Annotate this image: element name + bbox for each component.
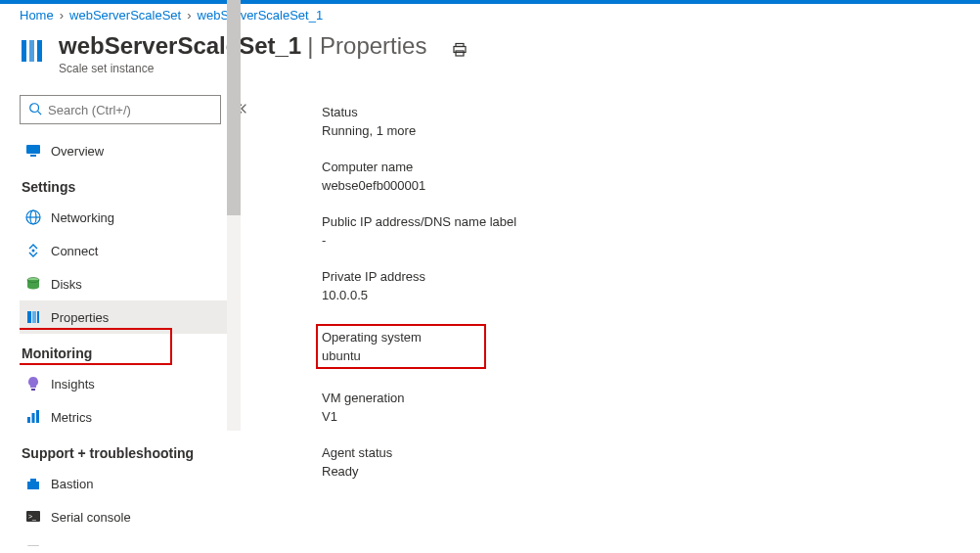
svg-rect-25 bbox=[27, 545, 39, 546]
property-label: Private IP address bbox=[322, 269, 941, 284]
property-private-ip: Private IP address 10.0.0.5 bbox=[322, 269, 941, 302]
breadcrumb-instance[interactable]: webServerScaleSet_1 bbox=[198, 8, 324, 23]
sidebar-nav: Overview Settings Networking Connect Di bbox=[20, 134, 240, 546]
svg-rect-2 bbox=[37, 40, 42, 62]
sidebar-item-properties[interactable]: Properties bbox=[20, 300, 240, 334]
highlight-os-box: Operating system ubuntu bbox=[316, 324, 486, 369]
breadcrumb-scaleset[interactable]: webServerScaleSet bbox=[69, 8, 181, 23]
sidebar-item-label: Insights bbox=[51, 377, 234, 392]
sidebar-item-label: Connect bbox=[51, 244, 234, 258]
property-value: Running, 1 more bbox=[322, 123, 941, 138]
sidebar-section-monitoring: Monitoring bbox=[20, 334, 240, 367]
chevron-right-icon: › bbox=[60, 8, 64, 23]
sidebar-item-insights[interactable]: Insights bbox=[20, 367, 240, 400]
property-status: Status Running, 1 more bbox=[322, 105, 941, 138]
sidebar-item-networking[interactable]: Networking bbox=[20, 201, 240, 234]
property-label: Computer name bbox=[322, 160, 941, 174]
svg-rect-20 bbox=[27, 417, 30, 423]
chevron-right-icon: › bbox=[187, 8, 191, 23]
property-label: Public IP address/DNS name label bbox=[322, 214, 941, 229]
breadcrumb-home[interactable]: Home bbox=[20, 8, 54, 23]
sidebar-item-boot-diagnostics[interactable]: Boot diagnostics bbox=[20, 533, 240, 546]
svg-rect-21 bbox=[32, 413, 35, 423]
sidebar-item-bastion[interactable]: Bastion bbox=[20, 467, 240, 500]
search-input-wrapper[interactable] bbox=[20, 95, 221, 124]
properties-icon bbox=[25, 309, 41, 325]
sidebar-item-label: Bastion bbox=[51, 477, 234, 491]
property-agent-status: Agent status Ready bbox=[322, 445, 941, 479]
svg-rect-5 bbox=[456, 51, 464, 56]
property-public-ip: Public IP address/DNS name label - bbox=[322, 214, 941, 248]
property-computer-name: Computer name webse0efb000001 bbox=[322, 160, 941, 193]
sidebar-item-label: Networking bbox=[51, 210, 234, 225]
main-content: Status Running, 1 more Computer name web… bbox=[240, 95, 980, 546]
svg-rect-8 bbox=[26, 145, 40, 154]
search-input[interactable] bbox=[48, 103, 212, 117]
property-value: V1 bbox=[322, 409, 941, 424]
sidebar: Overview Settings Networking Connect Di bbox=[20, 95, 240, 546]
property-label: Agent status bbox=[322, 445, 941, 460]
connect-icon bbox=[25, 243, 41, 258]
property-label: Operating system bbox=[322, 330, 422, 345]
svg-rect-1 bbox=[29, 40, 34, 62]
page-title: webServerScaleSet_1 | Properties bbox=[59, 32, 426, 60]
property-value: webse0efb000001 bbox=[322, 178, 941, 193]
sidebar-item-label: Serial console bbox=[51, 510, 234, 525]
insights-icon bbox=[25, 376, 41, 392]
sidebar-item-label: Boot diagnostics bbox=[51, 543, 234, 547]
svg-rect-22 bbox=[36, 410, 39, 423]
page-title-section: Properties bbox=[320, 32, 426, 59]
property-value: Ready bbox=[322, 464, 941, 479]
sidebar-item-label: Overview bbox=[51, 144, 234, 159]
page-title-name: webServerScaleSet_1 bbox=[59, 32, 301, 60]
sidebar-item-disks[interactable]: Disks bbox=[20, 267, 240, 300]
sidebar-section-settings: Settings bbox=[20, 167, 240, 201]
metrics-icon bbox=[25, 409, 41, 425]
svg-rect-0 bbox=[22, 40, 26, 62]
page-subtitle: Scale set instance bbox=[59, 62, 426, 75]
page-header: webServerScaleSet_1 | Properties Scale s… bbox=[0, 23, 980, 81]
property-value: - bbox=[322, 233, 941, 248]
sidebar-item-metrics[interactable]: Metrics bbox=[20, 400, 240, 434]
svg-rect-19 bbox=[31, 389, 35, 391]
networking-icon bbox=[25, 209, 41, 225]
property-label: Status bbox=[322, 105, 941, 119]
svg-rect-16 bbox=[27, 311, 31, 323]
breadcrumb: Home › webServerScaleSet › webServerScal… bbox=[0, 4, 980, 23]
property-label: VM generation bbox=[322, 391, 941, 405]
svg-text:>_: >_ bbox=[28, 513, 36, 521]
property-operating-system: Operating system ubuntu bbox=[322, 324, 941, 369]
property-value: 10.0.0.5 bbox=[322, 288, 941, 302]
svg-rect-9 bbox=[30, 155, 36, 157]
svg-rect-18 bbox=[37, 311, 39, 323]
bootdiag-icon bbox=[25, 542, 41, 546]
sidebar-item-serial-console[interactable]: >_ Serial console bbox=[20, 500, 240, 533]
sidebar-item-label: Properties bbox=[51, 310, 234, 325]
sidebar-item-overview[interactable]: Overview bbox=[20, 134, 240, 167]
search-icon bbox=[28, 102, 42, 118]
sidebar-item-connect[interactable]: Connect bbox=[20, 234, 240, 267]
sidebar-item-label: Disks bbox=[51, 277, 234, 292]
sidebar-section-support: Support + troubleshooting bbox=[20, 434, 240, 467]
sidebar-scrollbar-thumb[interactable] bbox=[227, 0, 241, 215]
serial-icon: >_ bbox=[25, 509, 41, 525]
sidebar-item-label: Metrics bbox=[51, 410, 234, 425]
bastion-icon bbox=[25, 476, 41, 491]
svg-rect-17 bbox=[32, 311, 36, 323]
svg-point-6 bbox=[30, 103, 39, 112]
svg-line-7 bbox=[38, 111, 42, 115]
print-icon[interactable] bbox=[452, 42, 468, 61]
disks-icon bbox=[25, 276, 41, 292]
scaleset-icon bbox=[20, 38, 45, 67]
property-vm-generation: VM generation V1 bbox=[322, 391, 941, 424]
property-value: ubuntu bbox=[322, 348, 422, 363]
monitor-icon bbox=[25, 143, 41, 159]
svg-point-13 bbox=[32, 250, 35, 253]
